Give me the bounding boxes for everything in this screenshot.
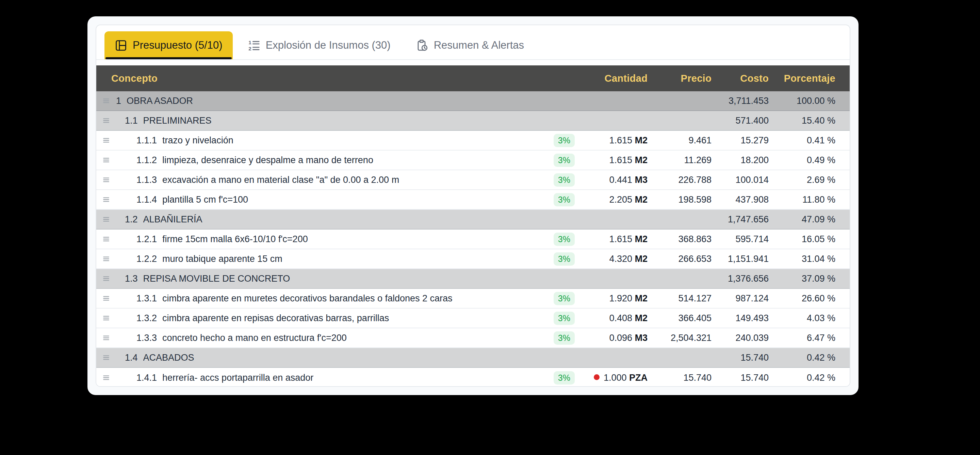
factor-badge[interactable]: 3%: [554, 331, 575, 345]
row-description: muro tabique aparente 15 cm: [162, 254, 282, 264]
drag-handle-icon[interactable]: [102, 235, 113, 244]
factor-badge[interactable]: 3%: [554, 292, 575, 305]
row-description: trazo y nivelación: [162, 135, 234, 146]
tab-label: Presupuesto (5/10): [133, 39, 223, 51]
row-cantidad-cell: 1.000 PZA: [575, 373, 648, 383]
drag-handle-icon[interactable]: [102, 156, 113, 164]
row-costo-cell: 1,151.941: [711, 254, 769, 264]
drag-handle-icon[interactable]: [102, 314, 113, 322]
row-factor-cell: 3%: [546, 292, 575, 305]
row-code: 1.3.3: [137, 333, 157, 343]
table-row-1.4[interactable]: 1.4ACABADOS15.7400.42 %: [96, 348, 850, 368]
svg-text:1: 1: [248, 40, 251, 45]
drag-handle-icon[interactable]: [102, 254, 113, 263]
column-header-costo: Costo: [711, 73, 769, 84]
row-qty: 0.096: [609, 333, 632, 343]
factor-badge[interactable]: 3%: [554, 173, 575, 187]
row-qty: 1.000: [604, 373, 627, 383]
factor-badge[interactable]: 3%: [554, 233, 575, 246]
row-porcentaje-cell: 0.49 %: [769, 155, 835, 166]
table-row-1.2.1[interactable]: 1.2.1firme 15cm malla 6x6-10/10 f'c=2003…: [96, 230, 850, 249]
drag-handle-icon[interactable]: [102, 353, 113, 362]
drag-handle-icon[interactable]: [102, 334, 113, 342]
row-porcentaje-cell: 0.41 %: [769, 135, 835, 146]
alert-dot: [594, 374, 600, 380]
factor-badge[interactable]: 3%: [554, 134, 575, 147]
row-description: concreto hecho a mano en estructura f'c=…: [162, 333, 347, 343]
row-cantidad-cell: 0.408 M2: [575, 313, 648, 324]
row-qty: 1.615: [609, 135, 632, 145]
row-unit: M2: [635, 293, 648, 303]
row-factor-cell: 3%: [546, 311, 575, 325]
row-description: cimbra aparente en repisas decorativas b…: [162, 313, 389, 324]
drag-handle-icon[interactable]: [102, 136, 113, 145]
table-row-1.1.1[interactable]: 1.1.1trazo y nivelación3%1.615 M29.46115…: [96, 131, 850, 150]
table-row-1[interactable]: 1OBRA ASADOR3,711.453100.00 %: [96, 91, 850, 111]
row-factor-cell: 3%: [546, 252, 575, 266]
row-description: PRELIMINARES: [143, 115, 212, 126]
drag-handle-icon[interactable]: [102, 96, 113, 105]
row-costo-cell: 149.493: [711, 313, 769, 324]
drag-handle-icon[interactable]: [102, 373, 113, 382]
row-cantidad-cell: 1.615 M2: [575, 135, 648, 146]
table-row-1.3.3[interactable]: 1.3.3concreto hecho a mano en estructura…: [96, 328, 850, 348]
table-row-1.2[interactable]: 1.2ALBAÑILERÍA1,747.65647.09 %: [96, 210, 850, 230]
table-row-1.1.3[interactable]: 1.1.3excavación a mano en material clase…: [96, 170, 850, 190]
tab-presupuesto[interactable]: Presupuesto (5/10): [105, 31, 233, 59]
table-row-1.1.2[interactable]: 1.1.2limpieza, desenraice y despalme a m…: [96, 150, 850, 170]
table-row-1.3[interactable]: 1.3REPISA MOVIBLE DE CONCRETO1,376.65637…: [96, 269, 850, 289]
factor-badge[interactable]: 3%: [554, 371, 575, 385]
row-precio-cell: 11.269: [648, 155, 711, 166]
row-concepto: 1.1.1trazo y nivelación: [96, 135, 546, 146]
budget-app-card: Presupuesto (5/10) 1 2 Explosión de Insu…: [88, 16, 859, 395]
drag-handle-icon[interactable]: [102, 274, 113, 283]
table-row-1.3.2[interactable]: 1.3.2cimbra aparente en repisas decorati…: [96, 308, 850, 328]
row-porcentaje-cell: 47.09 %: [769, 214, 835, 225]
tab-resumen-alertas[interactable]: Resumen & Alertas: [406, 31, 534, 59]
row-porcentaje-cell: 15.40 %: [769, 115, 835, 126]
row-factor-cell: 3%: [546, 153, 575, 167]
row-description: OBRA ASADOR: [127, 96, 193, 106]
row-unit: M2: [635, 155, 648, 165]
factor-badge[interactable]: 3%: [554, 311, 575, 325]
row-precio-cell: 9.461: [648, 135, 711, 146]
drag-handle-icon[interactable]: [102, 215, 113, 224]
row-unit: M2: [635, 195, 648, 205]
factor-badge[interactable]: 3%: [554, 252, 575, 266]
row-precio-cell: 266.653: [648, 254, 711, 264]
row-qty: 0.408: [609, 313, 632, 323]
drag-handle-icon[interactable]: [102, 116, 113, 125]
row-porcentaje-cell: 11.80 %: [769, 195, 835, 205]
row-qty: 4.320: [609, 254, 632, 264]
row-unit: M3: [635, 333, 648, 343]
factor-badge[interactable]: 3%: [554, 193, 575, 206]
row-unit: PZA: [629, 373, 648, 383]
row-concepto: 1.3.3concreto hecho a mano en estructura…: [96, 333, 546, 343]
row-costo-cell: 571.400: [711, 115, 769, 126]
table-row-1.3.1[interactable]: 1.3.1cimbra aparente en muretes decorati…: [96, 289, 850, 308]
row-code: 1.1.2: [137, 155, 157, 166]
drag-handle-icon[interactable]: [102, 176, 113, 184]
row-code: 1.2.1: [137, 234, 157, 244]
tab-explosion-insumos[interactable]: 1 2 Explosión de Insumos (30): [237, 31, 401, 59]
drag-handle-icon[interactable]: [102, 294, 113, 303]
row-factor-cell: 3%: [546, 331, 575, 345]
table-row-1.1[interactable]: 1.1PRELIMINARES571.40015.40 %: [96, 111, 850, 131]
row-porcentaje-cell: 37.09 %: [769, 273, 835, 284]
row-factor-cell: 3%: [546, 134, 575, 147]
row-qty: 1.920: [609, 293, 632, 303]
numbered-list-icon: 1 2: [248, 39, 260, 52]
row-code: 1.3.2: [137, 313, 157, 324]
row-porcentaje-cell: 100.00 %: [769, 96, 835, 106]
table-row-1.4.1[interactable]: 1.4.1herrería- accs portaparrilla en asa…: [96, 368, 850, 387]
row-cantidad-cell: 2.205 M2: [575, 195, 648, 205]
factor-badge[interactable]: 3%: [554, 153, 575, 167]
table-row-1.2.2[interactable]: 1.2.2muro tabique aparente 15 cm3%4.320 …: [96, 249, 850, 269]
table-row-1.1.4[interactable]: 1.1.4plantilla 5 cm f'c=1003%2.205 M2198…: [96, 190, 850, 210]
drag-handle-icon[interactable]: [102, 195, 113, 204]
row-precio-cell: 366.405: [648, 313, 711, 324]
row-cantidad-cell: 0.441 M3: [575, 175, 648, 185]
row-porcentaje-cell: 4.03 %: [769, 313, 835, 324]
row-code: 1.4: [125, 353, 138, 363]
row-costo-cell: 100.014: [711, 175, 769, 185]
